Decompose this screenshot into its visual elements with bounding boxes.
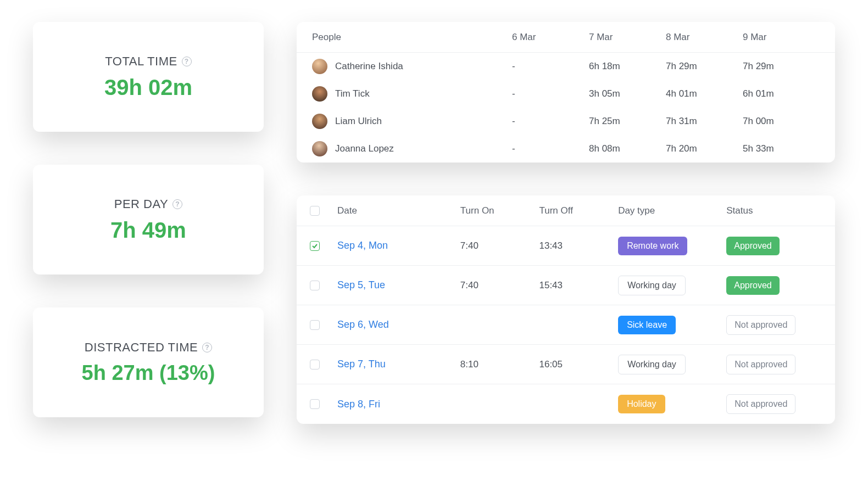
time-cell: -	[512, 61, 589, 72]
row-checkbox[interactable]	[310, 241, 320, 251]
col-turn-on: Turn On	[460, 205, 534, 216]
time-cell: -	[512, 116, 589, 127]
row-checkbox[interactable]	[310, 399, 320, 409]
status-badge[interactable]: Approved	[726, 237, 780, 255]
person-cell: Liam Ulrich	[312, 114, 512, 129]
turn-off-cell: 16:05	[539, 359, 613, 370]
time-cell: 5h 33m	[743, 143, 820, 154]
timesheet-header: Date Turn On Turn Off Day type Status	[297, 195, 835, 226]
time-cell: 7h 25m	[589, 116, 666, 127]
timesheet-row: Sep 6, WedSick leaveNot approved	[297, 305, 835, 345]
per-day-label: PER DAY ?	[114, 197, 182, 211]
avatar	[312, 141, 327, 156]
total-time-label: TOTAL TIME ?	[105, 54, 191, 69]
day-type-badge[interactable]: Working day	[618, 276, 686, 295]
help-icon[interactable]: ?	[202, 343, 212, 352]
timesheet-row: Sep 4, Mon7:4013:43Remote workApproved	[297, 226, 835, 266]
person-name: Catherine Ishida	[335, 61, 403, 72]
people-date-1: 7 Mar	[589, 32, 666, 43]
day-type-badge[interactable]: Holiday	[618, 395, 665, 413]
timesheet-row: Sep 8, FriHolidayNot approved	[297, 384, 835, 424]
date-link[interactable]: Sep 4, Mon	[337, 240, 455, 251]
turn-off-cell: 13:43	[539, 240, 613, 251]
row-checkbox[interactable]	[310, 320, 320, 330]
people-row[interactable]: Joanna Lopez-8h 08m7h 20m5h 33m	[297, 135, 835, 163]
distracted-time-value: 5h 27m (13%)	[82, 361, 215, 385]
per-day-value: 7h 49m	[110, 218, 186, 243]
turn-on-cell: 7:40	[460, 240, 534, 251]
avatar	[312, 114, 327, 129]
people-row[interactable]: Liam Ulrich-7h 25m7h 31m7h 00m	[297, 108, 835, 135]
time-cell: 3h 05m	[589, 88, 666, 99]
time-cell: 6h 01m	[743, 88, 820, 99]
distracted-time-label-text: DISTRACTED TIME	[85, 340, 198, 355]
col-status: Status	[726, 205, 822, 216]
people-header-label: People	[312, 32, 512, 43]
day-type-badge[interactable]: Sick leave	[618, 316, 676, 334]
people-table-card: People 6 Mar 7 Mar 8 Mar 9 Mar Catherine…	[297, 22, 835, 163]
date-link[interactable]: Sep 6, Wed	[337, 319, 455, 331]
time-cell: -	[512, 143, 589, 154]
total-time-card: TOTAL TIME ? 39h 02m	[33, 22, 264, 132]
total-time-label-text: TOTAL TIME	[105, 54, 177, 69]
select-all-checkbox[interactable]	[310, 206, 320, 216]
person-name: Liam Ulrich	[335, 116, 382, 127]
time-cell: 7h 29m	[666, 61, 743, 72]
people-date-2: 8 Mar	[666, 32, 743, 43]
person-name: Joanna Lopez	[335, 143, 394, 154]
turn-on-cell: 8:10	[460, 359, 534, 370]
timesheet-card: Date Turn On Turn Off Day type Status Se…	[297, 195, 835, 424]
distracted-time-label: DISTRACTED TIME ?	[85, 340, 212, 355]
time-cell: 4h 01m	[666, 88, 743, 99]
total-time-value: 39h 02m	[104, 75, 192, 100]
time-cell: 7h 29m	[743, 61, 820, 72]
people-date-3: 9 Mar	[743, 32, 820, 43]
day-type-badge[interactable]: Working day	[618, 355, 686, 374]
distracted-time-card: DISTRACTED TIME ? 5h 27m (13%)	[33, 307, 264, 417]
help-icon[interactable]: ?	[173, 199, 182, 209]
date-link[interactable]: Sep 7, Thu	[337, 359, 455, 370]
turn-off-cell: 15:43	[539, 280, 613, 291]
time-cell: 7h 00m	[743, 116, 820, 127]
col-day-type: Day type	[618, 205, 721, 216]
timesheet-row: Sep 5, Tue7:4015:43Working dayApproved	[297, 266, 835, 305]
time-cell: 6h 18m	[589, 61, 666, 72]
person-name: Tim Tick	[335, 88, 370, 99]
timesheet-row: Sep 7, Thu8:1016:05Working dayNot approv…	[297, 345, 835, 384]
avatar	[312, 59, 327, 74]
person-cell: Catherine Ishida	[312, 59, 512, 74]
per-day-label-text: PER DAY	[114, 197, 168, 211]
date-link[interactable]: Sep 8, Fri	[337, 399, 455, 410]
date-link[interactable]: Sep 5, Tue	[337, 279, 455, 291]
turn-on-cell: 7:40	[460, 280, 534, 291]
person-cell: Tim Tick	[312, 86, 512, 102]
people-date-0: 6 Mar	[512, 32, 589, 43]
row-checkbox[interactable]	[310, 360, 320, 369]
status-badge[interactable]: Approved	[726, 276, 780, 295]
per-day-card: PER DAY ? 7h 49m	[33, 165, 264, 275]
day-type-badge[interactable]: Remote work	[618, 237, 687, 255]
help-icon[interactable]: ?	[182, 57, 192, 66]
time-cell: -	[512, 88, 589, 99]
time-cell: 8h 08m	[589, 143, 666, 154]
avatar	[312, 86, 327, 102]
people-table-header: People 6 Mar 7 Mar 8 Mar 9 Mar	[297, 22, 835, 53]
status-badge[interactable]: Not approved	[726, 394, 795, 414]
row-checkbox[interactable]	[310, 281, 320, 290]
time-cell: 7h 31m	[666, 116, 743, 127]
person-cell: Joanna Lopez	[312, 141, 512, 156]
people-row[interactable]: Catherine Ishida-6h 18m7h 29m7h 29m	[297, 53, 835, 80]
col-date: Date	[337, 205, 455, 216]
col-turn-off: Turn Off	[539, 205, 613, 216]
people-row[interactable]: Tim Tick-3h 05m4h 01m6h 01m	[297, 80, 835, 108]
status-badge[interactable]: Not approved	[726, 315, 795, 335]
time-cell: 7h 20m	[666, 143, 743, 154]
status-badge[interactable]: Not approved	[726, 355, 795, 374]
